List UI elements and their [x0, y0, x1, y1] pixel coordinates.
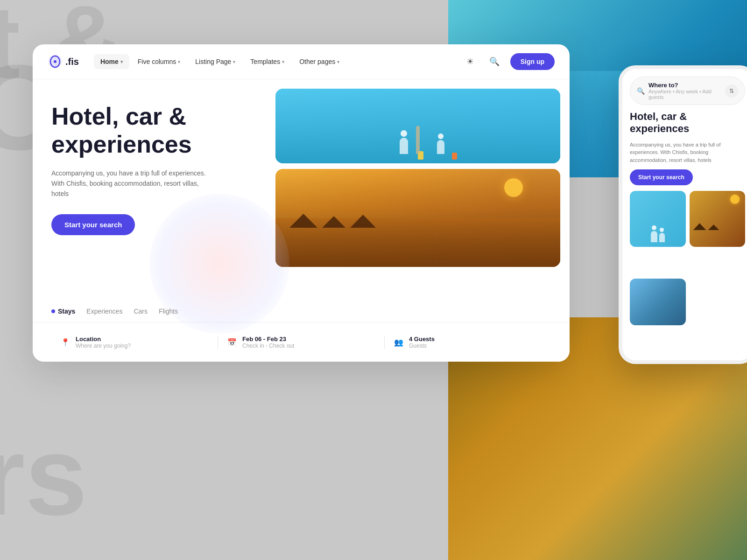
nav-templates-label: Templates	[250, 58, 280, 65]
nav-items: Home ▾ Five columns ▾ Listing Page ▾ Tem…	[94, 54, 462, 69]
svg-point-1	[54, 60, 56, 63]
nav-five-columns[interactable]: Five columns ▾	[131, 54, 187, 69]
hero-right	[266, 79, 570, 362]
nav-home-label: Home	[100, 58, 119, 65]
search-button[interactable]: 🔍	[486, 53, 503, 70]
tab-cars[interactable]: Cars	[134, 308, 148, 315]
nav-templates-chevron: ▾	[282, 59, 284, 64]
logo-icon	[48, 54, 63, 69]
guests-field[interactable]: 👥 4 Guests Guests	[385, 336, 551, 349]
guests-sub: Guests	[409, 343, 435, 349]
start-search-button[interactable]: Start your search	[51, 214, 135, 235]
mobile-hero-title: Hotel, car & experiences	[630, 111, 745, 135]
mobile-hero-sub: Accompanying us, you have a trip full of…	[630, 141, 745, 164]
mobile-content: 🔍 Where to? Anywhere • Any week • Add gu…	[622, 69, 747, 360]
nav-other-pages-label: Other pages	[299, 58, 335, 65]
nav-five-columns-chevron: ▾	[178, 59, 180, 64]
tab-flights[interactable]: Flights	[159, 308, 178, 315]
mobile-image-3	[630, 279, 686, 325]
tab-cars-label: Cars	[134, 308, 148, 315]
mobile-filter-icon[interactable]: ⇅	[725, 84, 738, 98]
tab-experiences-label: Experiences	[86, 308, 122, 315]
mobile-search-icon: 🔍	[637, 87, 645, 95]
main-card: .fis Home ▾ Five columns ▾ Listing Page …	[33, 44, 570, 362]
tab-stays-dot	[51, 309, 55, 313]
mobile-search-bar[interactable]: 🔍 Where to? Anywhere • Any week • Add gu…	[630, 77, 745, 105]
hero-image-1	[275, 89, 560, 163]
mobile-image-1	[630, 191, 686, 247]
mobile-start-search-button[interactable]: Start your search	[630, 169, 693, 185]
theme-toggle-button[interactable]: ☀	[462, 53, 479, 70]
nav-other-pages[interactable]: Other pages ▾	[293, 54, 346, 69]
search-icon: 🔍	[489, 56, 500, 67]
filter-icon: ⇅	[729, 88, 734, 94]
hero-subtitle: Accompanying us, you have a trip full of…	[51, 168, 210, 199]
person-silhouette-2	[437, 133, 444, 154]
logo-text: .fis	[65, 56, 79, 67]
person-silhouette-1	[400, 130, 408, 154]
mobile-search-title: Where to?	[648, 82, 721, 89]
mobile-images-grid	[630, 191, 745, 353]
guests-icon: 👥	[394, 338, 403, 347]
nav-home-chevron: ▾	[120, 59, 123, 64]
signup-button[interactable]: Sign up	[510, 53, 555, 70]
nav-other-pages-chevron: ▾	[337, 59, 339, 64]
luggage-orange	[452, 153, 457, 160]
logo[interactable]: .fis	[48, 54, 79, 69]
sun-icon: ☀	[466, 56, 474, 67]
nav-listing-page-label: Listing Page	[195, 58, 231, 65]
mobile-mockup: 🔍 Where to? Anywhere • Any week • Add gu…	[619, 65, 747, 364]
nav-five-columns-label: Five columns	[138, 58, 176, 65]
luggage-yellow	[418, 151, 423, 160]
nav-templates[interactable]: Templates ▾	[244, 54, 291, 69]
tab-stays-label: Stays	[58, 308, 75, 315]
nav-actions: ☀ 🔍 Sign up	[462, 53, 555, 70]
hero-title: Hotel, car & experiences	[51, 103, 247, 159]
hero-section: Hotel, car & experiences Accompanying us…	[33, 79, 570, 362]
nav-listing-chevron: ▾	[233, 59, 235, 64]
hero-images	[266, 89, 570, 267]
nav-home[interactable]: Home ▾	[94, 54, 129, 69]
hero-left: Hotel, car & experiences Accompanying us…	[33, 79, 266, 362]
tabs-area: Stays Experiences Cars Flights	[51, 308, 178, 315]
navbar: .fis Home ▾ Five columns ▾ Listing Page …	[33, 44, 570, 79]
nav-listing-page[interactable]: Listing Page ▾	[189, 54, 242, 69]
mobile-image-2	[690, 191, 746, 247]
bg-text-rs: rs	[0, 420, 87, 532]
guests-label: 4 Guests	[409, 336, 435, 343]
tab-flights-label: Flights	[159, 308, 178, 315]
tab-experiences[interactable]: Experiences	[86, 308, 122, 315]
tab-stays[interactable]: Stays	[51, 308, 75, 315]
hero-image-2	[275, 169, 560, 267]
mobile-search-sub: Anywhere • Any week • Add guests	[648, 89, 721, 100]
